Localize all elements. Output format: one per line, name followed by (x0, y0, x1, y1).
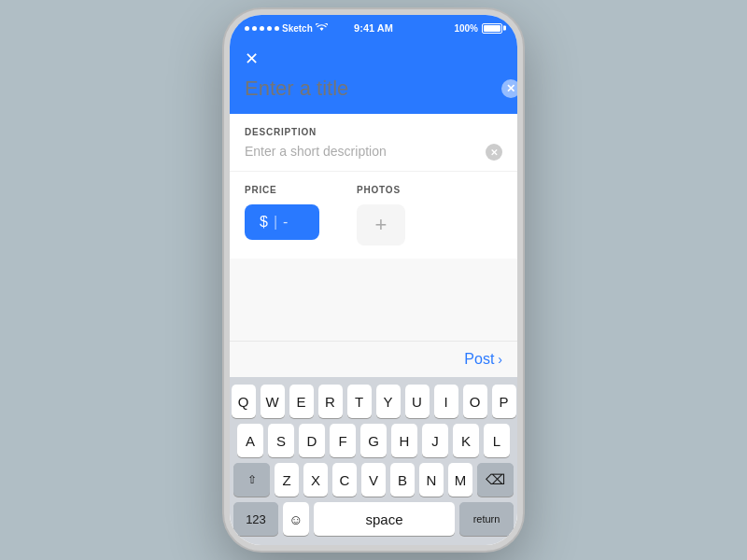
signal-dot-2 (252, 26, 257, 31)
price-col: PRICE $ | - (245, 185, 319, 245)
phone-frame: Sketch 9:41 AM 100% ✕ ✕ (224, 9, 523, 551)
key-n[interactable]: N (419, 463, 444, 497)
close-button[interactable]: ✕ (245, 49, 502, 69)
title-clear-button[interactable]: ✕ (501, 79, 520, 98)
description-row: Enter a short description ✕ (245, 143, 502, 161)
keyboard-row-2: A S D F G H J K L (233, 424, 514, 457)
key-r[interactable]: R (318, 385, 343, 418)
key-a[interactable]: A (237, 424, 263, 457)
status-left: Sketch (245, 23, 328, 34)
add-photo-button[interactable]: + (357, 204, 405, 245)
key-q[interactable]: Q (232, 385, 256, 418)
key-x[interactable]: X (303, 463, 328, 497)
numbers-key[interactable]: 123 (233, 502, 278, 536)
key-h[interactable]: H (391, 424, 417, 457)
space-key[interactable]: space (314, 502, 455, 536)
description-clear-icon: ✕ (490, 147, 498, 158)
battery-icon (482, 23, 502, 34)
key-z[interactable]: Z (275, 463, 299, 497)
key-p[interactable]: P (492, 385, 516, 418)
content-spacer (230, 259, 517, 341)
photos-col: PHOTOS + (357, 185, 405, 245)
key-y[interactable]: Y (376, 385, 401, 418)
plus-icon: + (375, 215, 388, 235)
description-clear-button[interactable]: ✕ (486, 144, 502, 161)
content-area: DESCRIPTION Enter a short description ✕ … (230, 114, 517, 545)
signal-dot-3 (260, 26, 264, 31)
key-t[interactable]: T (347, 385, 372, 418)
keyboard-row-4: 123 ☺ space return (233, 502, 514, 536)
key-e[interactable]: E (289, 385, 314, 418)
key-o[interactable]: O (463, 385, 487, 418)
key-g[interactable]: G (360, 424, 387, 457)
key-c[interactable]: C (332, 463, 357, 497)
shift-key[interactable]: ⇧ (233, 463, 270, 497)
description-placeholder[interactable]: Enter a short description (245, 143, 486, 161)
key-s[interactable]: S (268, 424, 294, 457)
key-b[interactable]: B (390, 463, 415, 497)
keyboard-row-1: Q W E R T Y U I O P (233, 385, 514, 418)
price-button[interactable]: $ | - (245, 204, 319, 240)
price-photos-section: PRICE $ | - PHOTOS + (230, 172, 517, 259)
key-u[interactable]: U (405, 385, 430, 418)
post-row: Post › (230, 341, 517, 377)
key-f[interactable]: F (330, 424, 356, 457)
time-display: 9:41 AM (354, 22, 393, 34)
post-chevron-icon: › (498, 352, 502, 367)
carrier-label: Sketch (282, 23, 313, 34)
description-label: DESCRIPTION (245, 127, 502, 137)
title-row: ✕ (245, 77, 502, 101)
photos-label: PHOTOS (357, 185, 405, 195)
key-l[interactable]: L (484, 424, 510, 457)
price-divider: | (274, 214, 277, 231)
return-key[interactable]: return (459, 502, 514, 536)
key-k[interactable]: K (453, 424, 479, 457)
backspace-key[interactable]: ⌫ (477, 463, 514, 497)
key-j[interactable]: J (422, 424, 448, 457)
key-w[interactable]: W (261, 385, 285, 418)
signal-dot-5 (275, 26, 279, 31)
battery-percent: 100% (454, 23, 478, 34)
wifi-icon (316, 23, 328, 33)
battery-fill (484, 25, 500, 32)
description-section: DESCRIPTION Enter a short description ✕ (230, 114, 517, 172)
title-input[interactable] (245, 77, 501, 101)
form-header: ✕ ✕ (230, 41, 517, 114)
title-clear-icon: ✕ (506, 83, 515, 94)
keyboard-row-3: ⇧ Z X C V B N M ⌫ (233, 463, 514, 497)
signal-dot-4 (267, 26, 272, 31)
key-m[interactable]: M (448, 463, 472, 497)
key-i[interactable]: I (434, 385, 458, 418)
post-button[interactable]: Post › (464, 351, 502, 368)
status-bar: Sketch 9:41 AM 100% (230, 15, 517, 41)
key-v[interactable]: V (361, 463, 386, 497)
signal-dot-1 (245, 26, 249, 31)
keyboard: Q W E R T Y U I O P A S D F G H J K (230, 377, 517, 545)
key-emoji[interactable]: ☺ (283, 502, 309, 536)
price-dash: - (283, 214, 288, 231)
dollar-sign: $ (260, 214, 268, 231)
key-d[interactable]: D (299, 424, 325, 457)
price-label: PRICE (245, 185, 319, 195)
status-right: 100% (454, 23, 502, 34)
post-label: Post (464, 351, 494, 368)
